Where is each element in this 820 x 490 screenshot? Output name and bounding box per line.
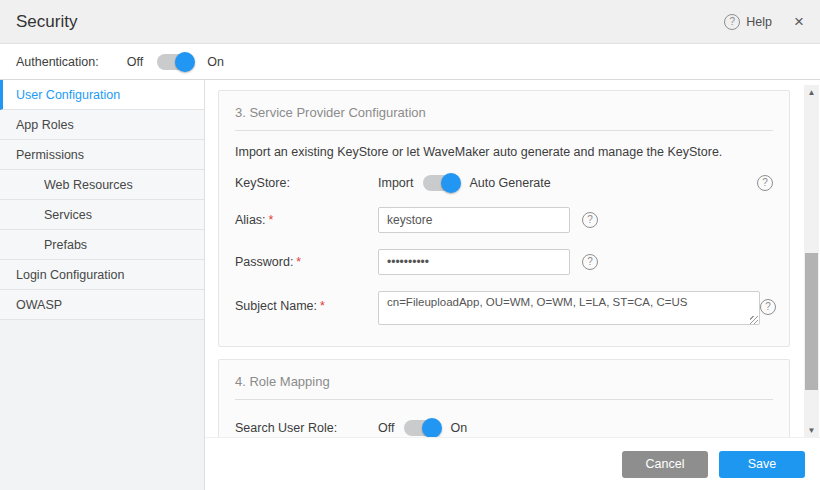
sidebar-item-app-roles[interactable]: App Roles [0,110,204,140]
role-mapping-panel: 4. Role Mapping Search User Role: Off On [218,359,790,437]
section-description: Import an existing KeyStore or let WaveM… [235,145,773,159]
password-label: Password:* [235,255,378,269]
authentication-toggle[interactable] [157,54,193,70]
keystore-help-icon[interactable]: ? [757,175,773,191]
help-button[interactable]: ? Help [724,14,772,30]
scrollbar-thumb[interactable] [805,253,818,390]
password-input[interactable] [378,249,570,275]
cancel-button[interactable]: Cancel [622,451,708,478]
alias-input[interactable] [378,207,570,233]
keystore-import-label: Import [378,176,413,190]
footer: Cancel Save [205,437,820,490]
help-icon: ? [724,14,740,30]
authentication-off-label: Off [127,55,143,69]
sidebar: User Configuration App Roles Permissions… [0,80,205,490]
toggle-knob [422,418,442,437]
keystore-autogenerate-label: Auto Generate [469,176,550,190]
sidebar-item-web-resources[interactable]: Web Resources [0,170,204,200]
section-title: 3. Service Provider Configuration [235,105,773,131]
section-title: 4. Role Mapping [235,374,773,400]
sidebar-item-permissions[interactable]: Permissions [0,140,204,170]
search-user-role-toggle[interactable] [404,420,440,436]
scroll-down-icon[interactable]: ▼ [804,423,819,437]
alias-label: Alias:* [235,213,378,227]
password-help-icon[interactable]: ? [582,254,598,270]
required-marker: * [269,213,274,227]
subject-name-help-icon[interactable]: ? [760,299,776,315]
content-scroll-area: 3. Service Provider Configuration Import… [205,80,820,437]
search-user-role-off-label: Off [378,421,394,435]
sidebar-item-services[interactable]: Services [0,200,204,230]
sidebar-item-owasp[interactable]: OWASP [0,290,204,320]
keystore-toggle[interactable] [423,175,459,191]
required-marker: * [320,299,325,313]
authentication-bar: Authentication: Off On [0,44,820,80]
save-button[interactable]: Save [719,451,805,478]
sidebar-item-user-configuration[interactable]: User Configuration [0,80,204,110]
help-label: Help [746,15,772,29]
search-user-role-on-label: On [450,421,467,435]
subject-name-textarea[interactable]: cn=FileuploadApp, OU=WM, O=WM, L=LA, ST=… [378,291,760,325]
security-dialog: Security ? Help × Authentication: Off On… [0,0,820,490]
header: Security ? Help × [0,0,820,44]
toggle-knob [175,52,195,72]
alias-help-icon[interactable]: ? [582,212,598,228]
scroll-up-icon[interactable]: ▲ [804,85,819,99]
toggle-knob [441,173,461,193]
page-title: Security [16,12,77,32]
vertical-scrollbar: ▲ ▼ [804,85,819,437]
subject-name-field-wrap: cn=FileuploadApp, OU=WM, O=WM, L=LA, ST=… [378,291,760,328]
search-user-role-label: Search User Role: [235,421,378,435]
close-icon[interactable]: × [794,13,804,30]
required-marker: * [296,255,301,269]
keystore-label: KeyStore: [235,176,378,190]
service-provider-configuration-panel: 3. Service Provider Configuration Import… [218,90,790,347]
subject-name-label: Subject Name:* [235,291,378,313]
authentication-on-label: On [207,55,224,69]
authentication-label: Authentication: [16,55,99,69]
sidebar-item-login-configuration[interactable]: Login Configuration [0,260,204,290]
sidebar-item-prefabs[interactable]: Prefabs [0,230,204,260]
